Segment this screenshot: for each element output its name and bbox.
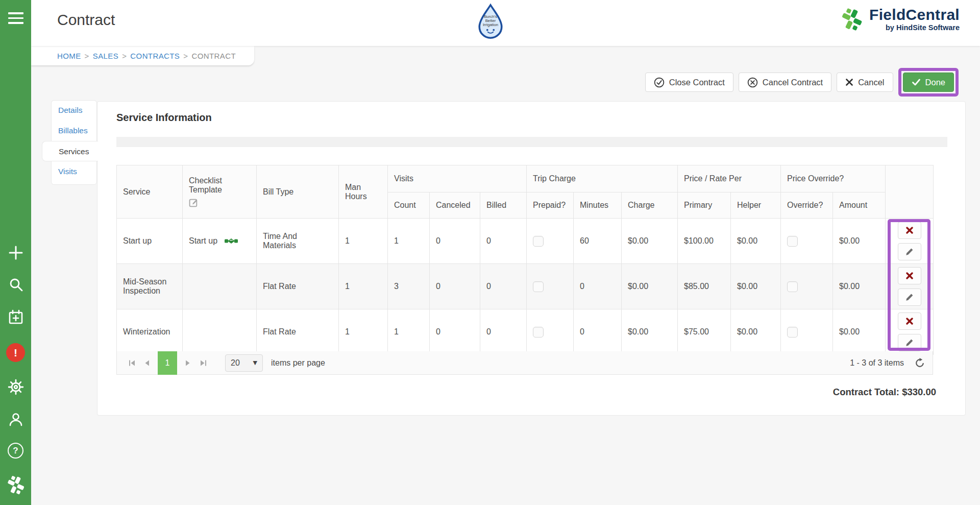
edit-row-button[interactable] — [898, 288, 921, 306]
settings-gear-icon[interactable] — [0, 379, 31, 395]
delete-x-icon — [905, 317, 914, 325]
cancel-button[interactable]: Cancel — [837, 73, 893, 92]
prepaid-checkbox[interactable] — [533, 327, 544, 338]
contract-actions: Close Contract Cancel Contract Cancel Do… — [645, 68, 959, 97]
alert-exclamation: ! — [14, 347, 17, 359]
group-header-price-rate-per: Price / Rate Per — [678, 165, 781, 193]
edit-row-button[interactable] — [898, 243, 921, 260]
cell-service: Mid-Season Inspection — [117, 264, 183, 309]
refresh-button[interactable] — [914, 357, 925, 369]
chevron-down-icon: ▼ — [253, 359, 257, 366]
cancel-contract-button[interactable]: Cancel Contract — [739, 73, 831, 92]
cell-actions — [886, 264, 934, 309]
pencil-icon — [905, 339, 914, 347]
account-person-icon[interactable] — [0, 411, 31, 427]
search-icon[interactable] — [0, 276, 31, 293]
breadcrumb-separator: > — [122, 52, 127, 60]
override-checkbox[interactable] — [787, 327, 798, 338]
cell-override — [781, 264, 833, 309]
service-information-panel: Service Information Service Checklist Te… — [97, 101, 966, 416]
previous-page-button[interactable] — [139, 351, 155, 375]
col-header-amount[interactable]: Amount — [833, 193, 886, 219]
close-contract-button[interactable]: Close Contract — [645, 73, 733, 92]
page-size-value: 20 — [231, 358, 240, 368]
cancel-contract-label: Cancel Contract — [763, 78, 823, 87]
cell-charge: $0.00 — [622, 309, 678, 355]
sidebar: ! ? — [0, 0, 31, 505]
cell-checklist-template: Start up — [183, 219, 257, 264]
pencil-icon — [905, 293, 914, 302]
col-header-count[interactable]: Count — [388, 193, 430, 219]
alerts-icon[interactable]: ! — [0, 343, 31, 362]
col-header-service[interactable]: Service — [117, 165, 183, 219]
tab-billables[interactable]: Billables — [42, 121, 97, 141]
cell-primary: $75.00 — [678, 309, 731, 355]
col-header-man-hours[interactable]: Man Hours — [339, 165, 388, 219]
add-icon[interactable] — [0, 245, 31, 261]
delete-row-button[interactable] — [898, 312, 921, 330]
override-checkbox[interactable] — [787, 281, 798, 292]
schedule-calendar-icon[interactable] — [0, 308, 31, 326]
group-header-visits: Visits — [388, 165, 527, 193]
brand-logo: FieldCentral by HindSite Software — [840, 7, 960, 32]
page-title: Contract — [57, 11, 115, 29]
cell-primary: $100.00 — [678, 219, 731, 264]
col-header-bill-type[interactable]: Bill Type — [257, 165, 339, 219]
help-icon[interactable]: ? — [0, 443, 31, 459]
breadcrumb-sales[interactable]: SALES — [93, 52, 118, 60]
cell-bill-type: Flat Rate — [257, 264, 339, 309]
last-page-button[interactable] — [195, 351, 211, 375]
cell-prepaid — [527, 309, 574, 355]
cell-canceled: 0 — [430, 219, 480, 264]
col-header-override[interactable]: Override? — [781, 193, 833, 219]
items-per-page-label: items per page — [271, 358, 325, 368]
edit-row-button[interactable] — [898, 334, 921, 351]
refresh-icon — [914, 357, 925, 369]
prepaid-checkbox[interactable] — [533, 281, 544, 292]
done-button[interactable]: Done — [903, 73, 954, 92]
col-header-billed[interactable]: Billed — [480, 193, 527, 219]
prepaid-checkbox[interactable] — [533, 236, 544, 247]
done-highlight-frame: Done — [898, 68, 959, 97]
col-header-minutes[interactable]: Minutes — [574, 193, 622, 219]
table-row: Winterization Flat Rate 1 1 0 0 0 $0.00 … — [117, 309, 934, 355]
cell-count: 1 — [388, 219, 430, 264]
cell-override — [781, 219, 833, 264]
contract-total: Contract Total: $330.00 — [116, 387, 936, 398]
cell-helper: $0.00 — [731, 309, 781, 355]
cell-man-hours: 1 — [339, 264, 388, 309]
col-header-canceled[interactable]: Canceled — [430, 193, 480, 219]
tab-details[interactable]: Details — [42, 100, 97, 121]
cell-helper: $0.00 — [731, 219, 781, 264]
group-header-trip-charge: Trip Charge — [527, 165, 678, 193]
override-checkbox[interactable] — [787, 236, 798, 247]
delete-row-button[interactable] — [898, 267, 921, 284]
cell-amount: $0.00 — [833, 219, 886, 264]
cell-billed: 0 — [480, 219, 527, 264]
cell-canceled: 0 — [430, 264, 480, 309]
breadcrumb-home[interactable]: HOME — [57, 52, 81, 60]
col-header-prepaid[interactable]: Prepaid? — [527, 193, 574, 219]
tab-visits[interactable]: Visits — [42, 161, 97, 182]
company-drop-logo: Burch's Better Irrigation — [477, 3, 504, 41]
breadcrumb-contracts[interactable]: CONTRACTS — [130, 52, 180, 60]
cell-checklist-template — [183, 264, 257, 309]
first-page-button[interactable] — [124, 351, 139, 375]
next-page-button[interactable] — [180, 351, 195, 375]
menu-icon[interactable] — [0, 12, 31, 24]
col-header-helper[interactable]: Helper — [731, 193, 781, 219]
fieldcentral-knot-icon[interactable] — [0, 475, 31, 495]
col-header-checklist-template[interactable]: Checklist Template — [183, 165, 257, 219]
contract-total-label: Contract Total: — [833, 387, 899, 397]
top-header: Contract Burch's Better Irrigation Field… — [31, 0, 980, 46]
cell-prepaid — [527, 219, 574, 264]
col-header-charge[interactable]: Charge — [622, 193, 678, 219]
col-header-primary[interactable]: Primary — [678, 193, 731, 219]
delete-row-button[interactable] — [898, 222, 921, 239]
tab-services[interactable]: Services — [42, 141, 98, 161]
cell-man-hours: 1 — [339, 309, 388, 355]
cell-prepaid — [527, 264, 574, 309]
page-size-select[interactable]: 20 ▼ — [225, 354, 263, 372]
edit-square-icon[interactable] — [189, 198, 199, 207]
current-page-button[interactable]: 1 — [158, 351, 177, 375]
